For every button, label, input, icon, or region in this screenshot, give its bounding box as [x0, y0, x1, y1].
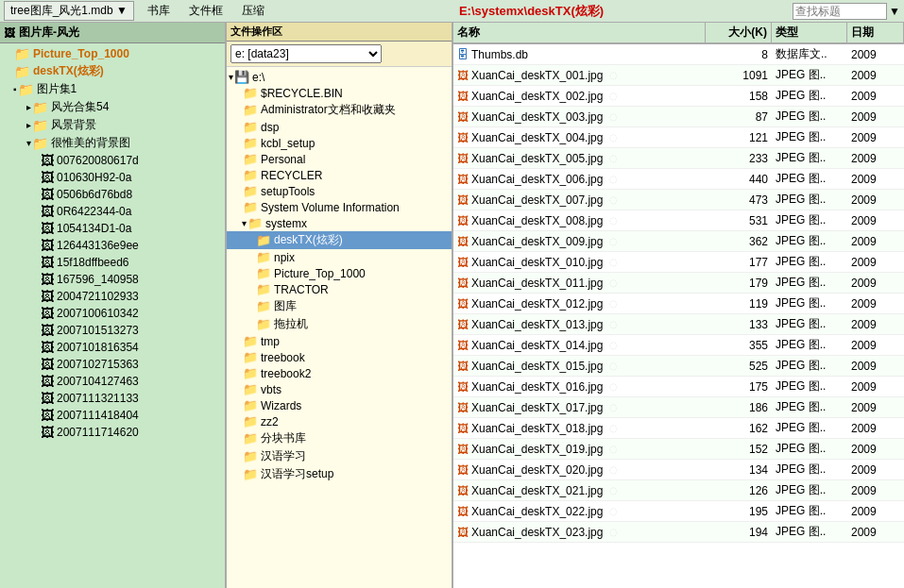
- file-tree-item[interactable]: 📁RECYCLER: [227, 167, 452, 183]
- file-tree-item[interactable]: 📁汉语学习setup: [227, 465, 452, 483]
- current-path: E:\systemx\deskTX(炫彩): [278, 3, 785, 20]
- file-tree-item[interactable]: 📁vbts: [227, 381, 452, 397]
- file-tree-item[interactable]: 📁tmp: [227, 333, 452, 349]
- tree-item[interactable]: 🖼2007111714620: [0, 424, 225, 441]
- file-tree-item[interactable]: 📁dsp: [227, 119, 452, 135]
- file-expand-icon[interactable]: ▾: [229, 72, 233, 82]
- file-tree-item[interactable]: ▾📁systemx: [227, 215, 452, 231]
- tree-item[interactable]: ▸📁风光合集54: [0, 98, 225, 116]
- table-row[interactable]: 🖼XuanCai_deskTX_007.jpg◌473JPEG 图..2009: [453, 190, 904, 210]
- title-dropdown[interactable]: tree图库_风光1.mdb ▼: [4, 1, 134, 21]
- file-tree-item[interactable]: 📁zz2: [227, 413, 452, 429]
- tree-area[interactable]: 📁Picture_Top_1000 📁deskTX(炫彩)▪📁图片集1▸📁风光合…: [0, 43, 225, 588]
- table-row[interactable]: 🖼XuanCai_deskTX_014.jpg◌355JPEG 图..2009: [453, 335, 904, 356]
- drive-selector[interactable]: e: [data23]: [230, 44, 382, 63]
- table-row[interactable]: 🗄Thumbs.db8数据库文..2009: [453, 44, 904, 65]
- col-header-size[interactable]: 大小(K): [706, 23, 772, 42]
- table-row[interactable]: 🖼XuanCai_deskTX_019.jpg◌152JPEG 图..2009: [453, 439, 904, 460]
- tree-item[interactable]: ▸📁风景背景: [0, 116, 225, 134]
- table-row[interactable]: 🖼XuanCai_deskTX_021.jpg◌126JPEG 图..2009: [453, 480, 904, 501]
- file-tree-item[interactable]: 📁System Volume Information: [227, 199, 452, 215]
- file-tree-item[interactable]: 📁拖拉机: [227, 315, 452, 333]
- file-tree-item[interactable]: 📁npix: [227, 249, 452, 265]
- file-tree-item[interactable]: 📁kcbl_setup: [227, 135, 452, 151]
- table-row[interactable]: 🖼XuanCai_deskTX_017.jpg◌186JPEG 图..2009: [453, 397, 904, 418]
- table-row[interactable]: 🖼XuanCai_deskTX_015.jpg◌525JPEG 图..2009: [453, 356, 904, 377]
- tree-item[interactable]: 🖼2007104127463: [0, 373, 225, 390]
- tree-item[interactable]: 🖼0R6422344-0a: [0, 203, 225, 220]
- tree-item[interactable]: 📁Picture_Top_1000: [0, 45, 225, 62]
- file-tree-item[interactable]: 📁treebook: [227, 349, 452, 365]
- file-tree-item[interactable]: 📁汉语学习: [227, 447, 452, 465]
- tree-item[interactable]: 🖼2004721102933: [0, 288, 225, 305]
- table-row[interactable]: 🖼XuanCai_deskTX_009.jpg◌362JPEG 图..2009: [453, 231, 904, 252]
- tree-item[interactable]: 🖼010630H92-0a: [0, 169, 225, 186]
- tree-item[interactable]: ▪📁图片集1: [0, 80, 225, 98]
- tree-item[interactable]: 🖼2007101513273: [0, 322, 225, 339]
- table-row[interactable]: 🖼XuanCai_deskTX_022.jpg◌195JPEG 图..2009: [453, 501, 904, 522]
- search-input[interactable]: [793, 3, 887, 20]
- file-name-cell: 🖼XuanCai_deskTX_022.jpg◌: [453, 504, 706, 519]
- table-row[interactable]: 🖼XuanCai_deskTX_018.jpg◌162JPEG 图..2009: [453, 418, 904, 439]
- watermark-indicator: ◌: [609, 402, 618, 412]
- menu-compress[interactable]: 压缩: [236, 2, 270, 20]
- file-list[interactable]: 🗄Thumbs.db8数据库文..2009🖼XuanCai_deskTX_001…: [453, 44, 904, 588]
- search-dropdown-icon[interactable]: ▼: [889, 5, 900, 18]
- file-tree-item[interactable]: 📁deskTX(炫彩): [227, 231, 452, 249]
- tree-item[interactable]: 🖼2007102715363: [0, 356, 225, 373]
- table-row[interactable]: 🖼XuanCai_deskTX_016.jpg◌175JPEG 图..2009: [453, 377, 904, 397]
- tree-item[interactable]: ▾📁很惟美的背景图: [0, 134, 225, 152]
- file-tree-label: npix: [274, 251, 295, 264]
- table-row[interactable]: 🖼XuanCai_deskTX_023.jpg◌194JPEG 图..2009: [453, 522, 904, 543]
- file-tree-item[interactable]: 📁TRACTOR: [227, 281, 452, 297]
- tree-item[interactable]: 🖼2007100610342: [0, 305, 225, 322]
- file-tree-label: TRACTOR: [274, 283, 329, 296]
- tree-item[interactable]: 🖼007620080617d: [0, 152, 225, 169]
- tree-item[interactable]: 🖼167596_140958: [0, 271, 225, 288]
- table-row[interactable]: 🖼XuanCai_deskTX_006.jpg◌440JPEG 图..2009: [453, 169, 904, 190]
- col-header-name[interactable]: 名称: [453, 23, 706, 42]
- tree-item[interactable]: 🖼2007111321133: [0, 390, 225, 407]
- tree-item[interactable]: 🖼0506b6d76bd8: [0, 186, 225, 203]
- table-row[interactable]: 🖼XuanCai_deskTX_011.jpg◌179JPEG 图..2009: [453, 273, 904, 294]
- table-row[interactable]: 🖼XuanCai_deskTX_004.jpg◌121JPEG 图..2009: [453, 127, 904, 148]
- tree-item[interactable]: 📁deskTX(炫彩): [0, 62, 225, 80]
- table-row[interactable]: 🖼XuanCai_deskTX_008.jpg◌531JPEG 图..2009: [453, 210, 904, 231]
- file-tree-item[interactable]: 📁setupTools: [227, 183, 452, 199]
- menu-library[interactable]: 书库: [142, 2, 176, 20]
- table-row[interactable]: 🖼XuanCai_deskTX_020.jpg◌134JPEG 图..2009: [453, 460, 904, 480]
- tree-item[interactable]: 🖼126443136e9ee: [0, 237, 225, 254]
- file-name-text: XuanCai_deskTX_009.jpg: [471, 235, 603, 248]
- expand-icon[interactable]: ▸: [26, 102, 31, 112]
- file-expand-icon[interactable]: ▾: [242, 218, 247, 228]
- file-tree-item[interactable]: ▾💾e:\: [227, 69, 452, 85]
- file-tree-item[interactable]: 📁图库: [227, 297, 452, 315]
- tree-item[interactable]: 🖼2007111418404: [0, 407, 225, 424]
- file-tree-item[interactable]: 📁$RECYCLE.BIN: [227, 85, 452, 101]
- tree-item[interactable]: 🖼1054134D1-0a: [0, 220, 225, 237]
- table-row[interactable]: 🖼XuanCai_deskTX_001.jpg◌1091JPEG 图..2009: [453, 65, 904, 86]
- file-tree-item[interactable]: 📁Administrator文档和收藏夹: [227, 101, 452, 119]
- file-tree-item[interactable]: 📁Wizards: [227, 397, 452, 413]
- col-header-type[interactable]: 类型: [772, 23, 847, 42]
- tree-item[interactable]: 🖼2007101816354: [0, 339, 225, 356]
- menu-filebox[interactable]: 文件框: [183, 2, 229, 20]
- file-tree[interactable]: ▾💾e:\ 📁$RECYCLE.BIN 📁Administrator文档和收藏夹…: [227, 67, 452, 588]
- file-tree-item[interactable]: 📁Picture_Top_1000: [227, 265, 452, 281]
- file-tree-item[interactable]: 📁treebook2: [227, 365, 452, 381]
- table-row[interactable]: 🖼XuanCai_deskTX_005.jpg◌233JPEG 图..2009: [453, 148, 904, 169]
- table-row[interactable]: 🖼XuanCai_deskTX_013.jpg◌133JPEG 图..2009: [453, 314, 904, 335]
- expand-icon[interactable]: ▪: [13, 84, 17, 94]
- file-size-cell: 473: [706, 193, 772, 208]
- table-row[interactable]: 🖼XuanCai_deskTX_012.jpg◌119JPEG 图..2009: [453, 294, 904, 314]
- tree-item[interactable]: 🖼15f18dffbeed6: [0, 254, 225, 271]
- file-tree-item[interactable]: 📁分块书库: [227, 429, 452, 447]
- expand-icon[interactable]: ▸: [26, 120, 31, 130]
- col-header-date[interactable]: 日期: [847, 23, 904, 42]
- expand-icon[interactable]: ▾: [26, 138, 31, 148]
- file-tree-item[interactable]: 📁Personal: [227, 151, 452, 167]
- table-row[interactable]: 🖼XuanCai_deskTX_010.jpg◌177JPEG 图..2009: [453, 252, 904, 273]
- table-row[interactable]: 🖼XuanCai_deskTX_002.jpg◌158JPEG 图..2009: [453, 86, 904, 107]
- table-row[interactable]: 🖼XuanCai_deskTX_003.jpg◌87JPEG 图..2009: [453, 107, 904, 127]
- mid-panel: 文件操作区 e: [data23] ▾💾e:\ 📁$RECYCLE.BIN 📁A…: [227, 23, 453, 588]
